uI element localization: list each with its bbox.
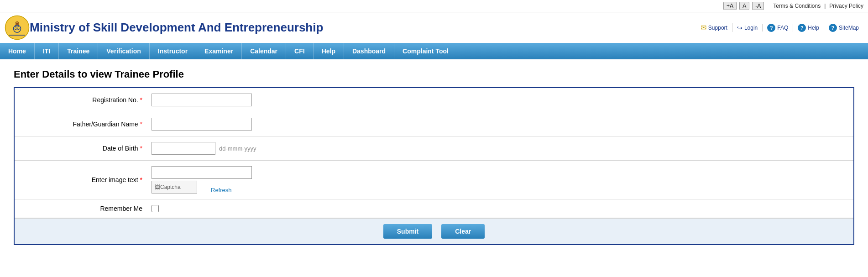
header: 🏛 ⚖ Ministry of Skill Development And En… — [0, 12, 868, 43]
font-normal-button[interactable]: A — [739, 2, 749, 10]
nav-complaint-tool[interactable]: Complaint Tool — [394, 43, 457, 59]
dob-input[interactable] — [152, 142, 215, 155]
nav-home[interactable]: Home — [0, 43, 35, 59]
terms-conditions-link[interactable]: Terms & Conditions — [773, 3, 821, 9]
form-container: Registration No. * Father/Guardian Name … — [14, 87, 854, 245]
form-buttons: Submit Clear — [15, 218, 853, 244]
father-name-row: Father/Guardian Name * — [15, 112, 853, 136]
captcha-icon: 🖼 — [155, 184, 160, 190]
remember-me-row: Remember Me — [15, 199, 853, 218]
nav-iti[interactable]: ITI — [35, 43, 59, 59]
refresh-link[interactable]: Refresh — [211, 187, 232, 193]
top-bar-links: Terms & Conditions | Privacy Policy — [773, 3, 863, 9]
father-name-label: Father/Guardian Name * — [24, 120, 152, 128]
main-content: Enter Details to view Trainee Profile Re… — [0, 59, 868, 254]
sitemap-icon: ? — [829, 24, 837, 32]
nav-instructor[interactable]: Instructor — [150, 43, 196, 59]
help-icon: ? — [798, 24, 806, 32]
father-name-input[interactable] — [152, 118, 252, 131]
captcha-label: Enter image text * — [24, 176, 152, 183]
dob-placeholder: dd-mmm-yyyy — [219, 145, 256, 152]
nav-cfi[interactable]: CFI — [286, 43, 314, 59]
captcha-wrapper: 🖼 Captcha Refresh — [152, 166, 252, 193]
captcha-row: Enter image text * 🖼 Captcha Refresh — [15, 161, 853, 199]
registration-label: Registration No. * — [24, 96, 152, 104]
font-increase-button[interactable]: +A — [723, 2, 737, 10]
nav-examiner[interactable]: Examiner — [196, 43, 242, 59]
svg-text:⚖: ⚖ — [14, 24, 20, 31]
nav-calendar[interactable]: Calendar — [242, 43, 286, 59]
nav-verification[interactable]: Verification — [98, 43, 149, 59]
help-link[interactable]: ? Help — [798, 24, 824, 32]
required-marker-4: * — [140, 176, 142, 183]
captcha-input[interactable] — [152, 166, 252, 179]
separator-1: | — [824, 3, 826, 9]
dob-label: Date of Birth * — [24, 145, 152, 152]
header-right: ✉ Support ↪ Login ? FAQ ? Help ? SiteMap — [701, 23, 863, 32]
privacy-policy-link[interactable]: Privacy Policy — [829, 3, 863, 9]
nav-dashboard[interactable]: Dashboard — [344, 43, 394, 59]
top-bar: +A A -A Terms & Conditions | Privacy Pol… — [0, 0, 868, 12]
dob-row: Date of Birth * dd-mmm-yyyy — [15, 136, 853, 161]
font-size-controls: +A A -A — [723, 2, 764, 10]
login-icon: ↪ — [737, 24, 743, 31]
mail-icon: ✉ — [701, 23, 706, 32]
sitemap-link[interactable]: ? SiteMap — [829, 24, 863, 32]
submit-button[interactable]: Submit — [383, 224, 432, 239]
captcha-image: 🖼 Captcha — [152, 181, 197, 193]
remember-me-label: Remember Me — [24, 205, 152, 212]
registration-input[interactable] — [152, 94, 252, 106]
nav-help[interactable]: Help — [314, 43, 344, 59]
emblem-logo: 🏛 ⚖ — [5, 15, 30, 40]
nav-bar: Home ITI Trainee Verification Instructor… — [0, 43, 868, 59]
required-marker: * — [140, 96, 142, 104]
header-utility-links: ✉ Support ↪ Login ? FAQ ? Help ? SiteMap — [701, 23, 863, 32]
font-decrease-button[interactable]: -A — [752, 2, 764, 10]
captcha-image-area: 🖼 Captcha Refresh — [152, 181, 252, 193]
faq-link[interactable]: ? FAQ — [767, 24, 793, 32]
support-link[interactable]: ✉ Support — [701, 23, 732, 32]
nav-trainee[interactable]: Trainee — [59, 43, 98, 59]
page-title: Enter Details to view Trainee Profile — [14, 68, 854, 80]
login-link[interactable]: ↪ Login — [737, 24, 763, 31]
remember-me-checkbox[interactable] — [152, 205, 159, 212]
required-marker-3: * — [140, 145, 142, 152]
header-title: Ministry of Skill Development And Entrep… — [30, 21, 323, 35]
clear-button[interactable]: Clear — [441, 224, 485, 239]
registration-row: Registration No. * — [15, 88, 853, 112]
dob-input-wrapper: dd-mmm-yyyy — [152, 142, 256, 155]
faq-icon: ? — [767, 24, 775, 32]
required-marker-2: * — [140, 120, 142, 128]
